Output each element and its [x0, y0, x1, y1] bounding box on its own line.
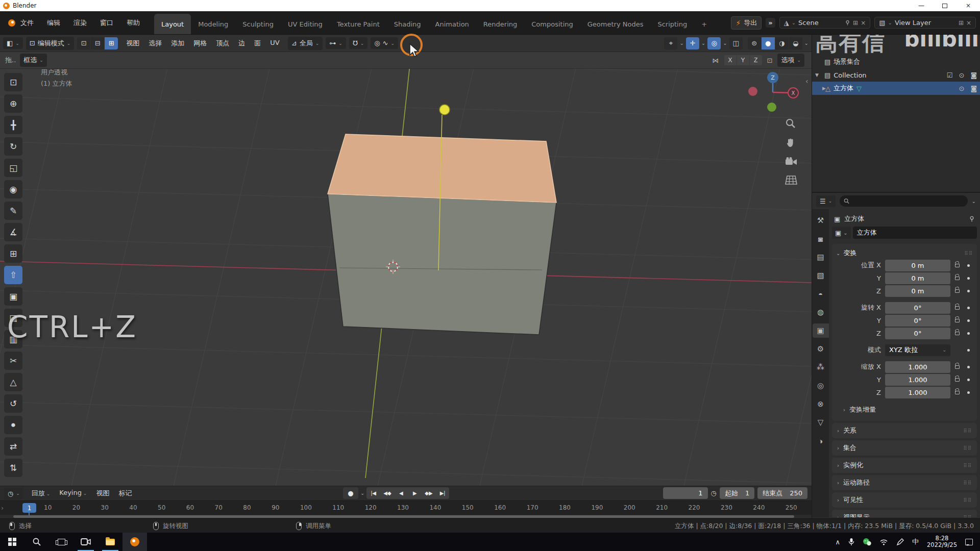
filter-dropdown-icon[interactable]: ⌄ [972, 198, 976, 204]
navigation-gizmo[interactable]: Z X [746, 70, 805, 117]
network-signal-icon[interactable] [879, 538, 888, 545]
playback-button[interactable]: |◀ [366, 487, 380, 499]
viewport-3d[interactable]: 用户透视 (1) 立方体 CTRL+Z ⊡ ⊕ ╋ ↻ ◱ ◉ ✎ ∡ [0, 69, 812, 486]
properties-collapsed-panel[interactable]: › 实例化 ⠿⠿ [832, 458, 977, 473]
panel-grip-icon[interactable]: ⠿⠿ [963, 428, 972, 434]
value-field[interactable]: 0 m [885, 272, 950, 284]
value-field[interactable]: 0 m [885, 260, 950, 271]
vertex-select[interactable]: ⊡ [77, 37, 90, 49]
animate-dot-icon[interactable] [964, 307, 973, 309]
value-field[interactable]: 0° [885, 328, 950, 339]
rotate-tool[interactable]: ↻ [4, 137, 22, 156]
add-cube-tool[interactable]: ⊞ [4, 244, 22, 263]
workspace-tab[interactable]: Sculpting [235, 14, 281, 34]
wechat-icon[interactable] [863, 538, 871, 546]
value-field[interactable]: XYZ 欧拉 [885, 344, 950, 356]
knife-tool[interactable]: ✂ [4, 352, 22, 370]
workspace-tab[interactable]: Geometry Nodes [580, 14, 651, 34]
animate-dot-icon[interactable] [964, 379, 973, 381]
panel-grip-icon[interactable]: ⠿⠿ [963, 515, 972, 518]
camera-view-icon[interactable] [785, 157, 797, 167]
delete-scene-icon[interactable]: × [861, 19, 866, 27]
properties-collapsed-panel[interactable]: › 视图显示 ⠿⠿ [832, 510, 977, 517]
taskbar-clock[interactable]: 8:28 2022/9/25 [927, 535, 957, 548]
data-tab[interactable]: ▽ [813, 415, 829, 430]
expand-arrow-icon[interactable]: › [1, 504, 4, 512]
properties-collapsed-panel[interactable]: › 集合 ⠿⠿ [832, 440, 977, 456]
close-button[interactable]: × [957, 0, 980, 11]
animate-dot-icon[interactable] [964, 349, 973, 352]
properties-collapsed-panel[interactable]: › 关系 ⠿⠿ [832, 423, 977, 438]
timeline-ruler[interactable]: › 10203040506070809010011012013014015016… [0, 500, 812, 515]
snap-target-button[interactable]: ⊶⌄ [326, 37, 346, 49]
workspace-tab[interactable]: Modeling [191, 14, 235, 34]
transform-orientation-button[interactable]: ⊿ 全局 ⌄ [288, 37, 323, 50]
current-frame-field[interactable]: 1 [663, 487, 708, 499]
workspace-tab[interactable]: Compositing [524, 14, 580, 34]
world-tab[interactable]: ◍ [813, 305, 829, 319]
transform-delta-subpanel[interactable]: › 变换增量 [836, 404, 973, 416]
output-tab[interactable]: ▤ [813, 250, 829, 264]
tray-expand-icon[interactable]: ∧ [836, 538, 841, 546]
render-tab[interactable]: ◙ [813, 232, 829, 246]
workspace-tab[interactable]: Animation [428, 14, 476, 34]
value-field[interactable]: 0 m [885, 285, 950, 297]
file-explorer-button[interactable] [98, 533, 122, 551]
hide-eye-icon[interactable]: ⊙ [959, 85, 964, 92]
frame-start-field[interactable]: 起始 1 [720, 487, 754, 499]
panel-grip-icon[interactable]: ⠿⠿ [963, 497, 972, 503]
properties-collapsed-panel[interactable]: › 可见性 ⠿⠿ [832, 492, 977, 508]
properties-editor-type-button[interactable]: ☰⌄ [816, 195, 836, 207]
workspace-tab[interactable]: UV Editing [281, 14, 330, 34]
lock-icon[interactable] [950, 289, 964, 293]
menu-item[interactable]: 编辑 [47, 18, 60, 28]
edge-slide-tool[interactable]: ⇄ [4, 437, 22, 456]
timeline-menu-item[interactable]: 回放 [32, 489, 50, 498]
edge-select[interactable]: ⊟ [91, 37, 104, 49]
auto-keying-button[interactable]: ● [343, 487, 358, 499]
scale-tool[interactable]: ◱ [4, 159, 22, 177]
object-data-dropdown[interactable]: ▣⌄ [832, 227, 851, 239]
workspace-tab[interactable]: Shading [387, 14, 428, 34]
pin-icon[interactable] [845, 20, 850, 26]
stopwatch-icon[interactable]: ◷ [711, 489, 717, 497]
playback-button[interactable]: ◀◆ [380, 487, 394, 499]
annotate-tool[interactable]: ✎ [4, 202, 22, 220]
modifiers-tab[interactable]: ⚙ [813, 342, 829, 356]
smooth-tool[interactable]: ● [4, 416, 22, 434]
particles-tab[interactable]: ⁂ [813, 360, 829, 374]
transform-panel-header[interactable]: ⌄ 变换 ⠿⠿ [836, 247, 973, 259]
playhead-badge[interactable]: 1 [22, 503, 36, 513]
mirror-axis-button[interactable]: Y [737, 55, 749, 65]
animate-dot-icon[interactable] [964, 290, 973, 292]
show-overlays-toggle[interactable]: ◎ [707, 37, 721, 49]
material-shading-button[interactable]: ◑ [775, 37, 789, 49]
workspace-tab[interactable]: Texture Paint [330, 14, 387, 34]
timeline-menu-item[interactable]: Keying [59, 489, 87, 498]
pen-icon[interactable] [896, 538, 904, 546]
panel-grip-icon[interactable]: ⠿⠿ [963, 480, 972, 486]
playback-button[interactable]: ◀ [394, 487, 408, 499]
blender-logo-icon[interactable] [4, 19, 15, 27]
hide-eye-icon[interactable]: ⊙ [959, 71, 964, 79]
view-layer-selector[interactable]: ▧ ⌄ View Layer ⊞ × [874, 17, 976, 29]
start-button[interactable] [0, 533, 24, 551]
editor-type-button[interactable]: ◧⌄ [3, 37, 23, 49]
panel-grip-icon[interactable]: ⠿⠿ [964, 251, 973, 256]
workspace-tab[interactable]: Scripting [650, 14, 694, 34]
value-field[interactable]: 1.000 [885, 361, 950, 373]
timeline-menu-item[interactable]: 视图 [96, 489, 109, 498]
outliner-row-cube[interactable]: ▶ △ 立方体 ▽ ⊙ ◙ [812, 82, 980, 95]
minimize-button[interactable]: — [910, 0, 933, 11]
selectability-filter-icon[interactable]: ⌖ [664, 37, 677, 49]
lock-icon[interactable] [950, 378, 964, 382]
material-tab[interactable]: ◑ [813, 434, 829, 448]
playback-button[interactable]: ▶ [408, 487, 422, 499]
lock-icon[interactable] [950, 319, 964, 322]
extrude-region-tool[interactable]: ⇧ [4, 266, 22, 284]
transform-tool[interactable]: ◉ [4, 180, 22, 198]
frame-end-field[interactable]: 结束点 250 [757, 487, 807, 499]
mode-selector[interactable]: ⊡ 编辑模式 ⌄ [26, 37, 74, 50]
value-field[interactable]: 0° [885, 315, 950, 327]
lock-icon[interactable] [950, 306, 964, 310]
